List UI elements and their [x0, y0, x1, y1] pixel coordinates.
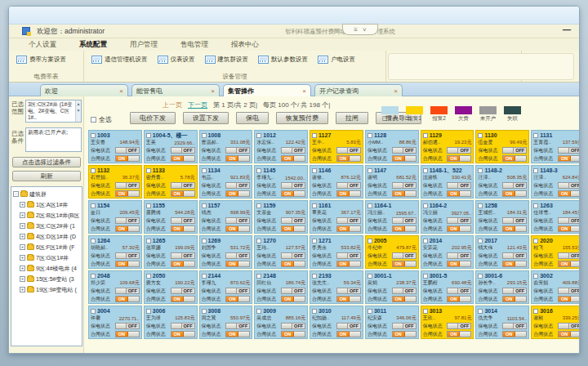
hezha-toggle[interactable]: ON — [115, 190, 140, 197]
card-checkbox[interactable] — [478, 239, 483, 243]
close-icon[interactable]: × — [394, 87, 398, 95]
meter-card[interactable]: 2193 张先生.. 59.34元 保电状态 OFF 合闸状态 — [310, 270, 363, 304]
expand-plus-icon[interactable]: + — [20, 202, 25, 208]
minimize-icon[interactable]: — — [563, 25, 571, 34]
baodian-toggle[interactable]: OFF — [447, 217, 471, 224]
hezha-toggle[interactable]: ON — [336, 190, 361, 197]
meter-card[interactable]: 3006 王为球 125.83元 保电状态 OFF 合闸状态 — [144, 306, 198, 339]
hezha-toggle[interactable]: ON — [392, 155, 416, 162]
menu-item[interactable]: 售电管理 — [169, 38, 220, 51]
hezha-toggle[interactable]: ON — [502, 155, 527, 162]
hezha-toggle[interactable]: ON — [447, 225, 471, 232]
card-checkbox[interactable] — [423, 133, 428, 138]
hezha-toggle[interactable]: ON — [281, 296, 305, 302]
hezha-toggle[interactable]: ON — [447, 190, 471, 197]
baodian-toggle[interactable]: OFF — [502, 252, 527, 259]
baodian-toggle[interactable]: OFF — [502, 288, 527, 294]
expand-plus-icon[interactable]: + — [20, 212, 25, 218]
card-checkbox[interactable] — [256, 309, 261, 314]
expand-plus-icon[interactable]: + — [20, 234, 25, 239]
card-checkbox[interactable] — [146, 309, 151, 314]
baodian-toggle[interactable]: OFF — [336, 252, 361, 259]
hezha-toggle[interactable]: ON — [392, 261, 416, 267]
baodian-toggle[interactable]: OFF — [502, 323, 527, 329]
meter-card[interactable]: 1265 张翠娜 199.09元 保电状态 OFF 合闸状态 — [144, 235, 198, 269]
baodian-toggle[interactable]: OFF — [115, 182, 140, 189]
meter-card[interactable]: 1164-2 冯立丽 3927.05.. 保电状态 OFF 合 — [421, 200, 474, 234]
baodian-toggle[interactable]: OFF — [225, 147, 250, 154]
card-checkbox[interactable] — [91, 309, 96, 314]
expand-plus-icon[interactable]: + — [20, 266, 25, 271]
card-checkbox[interactable] — [423, 274, 428, 279]
card-checkbox[interactable] — [368, 203, 372, 208]
baodian-toggle[interactable]: OFF — [225, 252, 250, 259]
meter-card[interactable]: 1258 王城哲.. 184.31元 保电状态 OFF 合闸状 — [475, 200, 529, 234]
hezha-toggle[interactable]: ON — [502, 296, 527, 302]
baodian-toggle[interactable]: OFF — [392, 217, 416, 224]
card-checkbox[interactable] — [478, 133, 483, 138]
meter-card[interactable]: 1148-2 汪泽.. 508.35元 保电状态 OFF 合闸 — [475, 165, 529, 199]
meter-card[interactable]: 3001-6 孙长争.. 293.15元 保电状态 OFF 合 — [475, 270, 529, 304]
ribbon-button[interactable]: 仪表设置 — [155, 54, 198, 65]
meter-card[interactable]: 1145 李瑾九.. 1542.00.. 保电状态 OFF 合 — [254, 165, 308, 199]
hezha-toggle[interactable]: ON — [502, 261, 527, 267]
card-checkbox[interactable] — [146, 168, 151, 173]
hezha-toggle[interactable]: ON — [225, 261, 250, 267]
hezha-toggle[interactable]: ON — [115, 155, 140, 162]
baodian-toggle[interactable]: OFF — [225, 323, 250, 329]
baodian-toggle[interactable]: OFF — [447, 323, 471, 329]
baodian-toggle[interactable]: OFF — [336, 147, 361, 154]
hezha-toggle[interactable]: ON — [336, 331, 361, 337]
card-checkbox[interactable] — [91, 274, 96, 279]
action-button[interactable]: 恢复预付费 — [276, 112, 328, 124]
tree-item[interactable]: + 2区:B区1#井(B区 — [13, 210, 82, 221]
hezha-toggle[interactable]: ON — [447, 331, 471, 337]
close-icon[interactable]: × — [302, 87, 306, 95]
card-checkbox[interactable] — [91, 203, 96, 208]
hezha-toggle[interactable]: ON — [281, 261, 305, 267]
card-checkbox[interactable] — [202, 274, 207, 279]
baodian-toggle[interactable]: OFF — [502, 217, 527, 224]
card-checkbox[interactable] — [202, 168, 207, 173]
meter-card[interactable]: 3014 仇先争 1103.54.. 保电状态 OFF 合闸状 — [475, 306, 529, 339]
tree-item[interactable]: + 19区:9#变电站 ( — [13, 284, 82, 295]
baodian-toggle[interactable]: OFF — [392, 323, 416, 329]
meter-card[interactable]: 3016 谢刚 339.25元 保电状态 OFF 合闸状态 — [531, 306, 580, 339]
card-checkbox[interactable] — [533, 168, 538, 173]
baodian-toggle[interactable]: OFF — [392, 288, 416, 294]
meter-card[interactable]: 1159 文基金 907.35元 保电状态 OFF 合闸状态 — [254, 200, 308, 234]
menu-item[interactable]: 个人设置 — [17, 38, 68, 51]
tree-item[interactable]: + 4区:D区1#井 (D — [13, 231, 82, 242]
meter-card[interactable]: 1127 王丰.. 5.83元 保电状态 OFF 合闸状态 — [310, 130, 363, 163]
baodian-toggle[interactable]: OFF — [558, 182, 580, 189]
meter-card[interactable]: 1004-5、楼一 王英 2329.66.. 保电状态 OFF — [144, 130, 198, 163]
prev-page-link[interactable]: 上一页 — [163, 100, 182, 109]
hezha-toggle[interactable]: ON — [225, 331, 250, 337]
card-checkbox[interactable] — [146, 133, 151, 138]
hezha-toggle[interactable]: ON — [502, 331, 527, 337]
baodian-toggle[interactable]: OFF — [447, 182, 471, 189]
meter-card[interactable]: 1128 小MM.. 88.86元 保电状态 OFF 合闸状态 — [365, 130, 419, 163]
hezha-toggle[interactable]: ON — [392, 225, 416, 232]
document-tab[interactable]: 开户记录查询 × — [314, 84, 403, 96]
card-checkbox[interactable] — [256, 133, 261, 138]
card-checkbox[interactable] — [478, 274, 483, 279]
card-checkbox[interactable] — [312, 309, 317, 314]
selected-range-box[interactable]: 3区:C区2#井 (1#变电、2#变电、C区1#.. ▲▼ — [25, 100, 82, 123]
meter-card[interactable]: 1012 水宏保.. 122.42元 保电状态 OFF 合闸状 — [254, 130, 308, 163]
hezha-toggle[interactable]: ON — [336, 155, 361, 162]
meter-card[interactable]: 1134 韦品.. 921.83元 保电状态 OFF 合闸状态 — [199, 165, 253, 199]
baodian-toggle[interactable]: OFF — [558, 217, 580, 224]
baodian-toggle[interactable]: OFF — [336, 288, 361, 294]
hezha-toggle[interactable]: ON — [115, 225, 140, 232]
meter-card[interactable]: 3008 周之翼 550.97元 保电状态 OFF 合闸状态 — [199, 306, 253, 339]
hezha-toggle[interactable]: ON — [558, 261, 580, 267]
hezha-toggle[interactable]: ON — [225, 155, 250, 162]
baodian-toggle[interactable]: OFF — [115, 217, 140, 224]
card-checkbox[interactable] — [368, 133, 372, 138]
card-checkbox[interactable] — [202, 309, 207, 314]
hezha-toggle[interactable]: ON — [558, 225, 580, 232]
card-checkbox[interactable] — [478, 168, 483, 173]
baodian-toggle[interactable]: OFF — [225, 288, 250, 294]
meter-card[interactable]: 1264 胡晓郝.. 57.30元 保电状态 OFF 合闸状态 — [88, 235, 142, 269]
